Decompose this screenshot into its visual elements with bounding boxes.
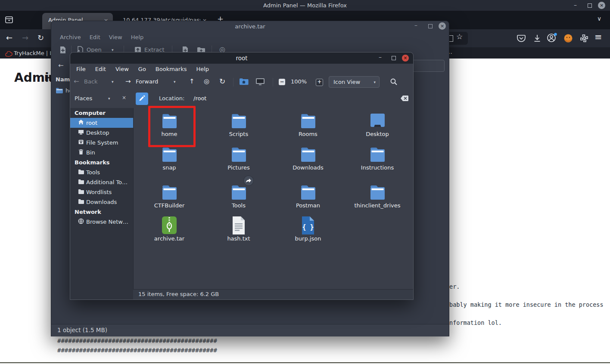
sidebar-item-browse-netw-[interactable]: Browse Netw… <box>70 217 133 227</box>
places-close-icon[interactable]: × <box>122 95 126 101</box>
archive-window-title: archive.tar <box>51 21 449 32</box>
home-target-icon[interactable]: ◎ <box>204 77 209 85</box>
file-postman[interactable]: Postman <box>278 183 338 211</box>
firefox-restore-button[interactable] <box>588 3 592 8</box>
reload-icon[interactable]: ↻ <box>219 77 225 86</box>
tryhackme-favicon <box>5 50 13 59</box>
view-mode-dropdown[interactable]: Icon View ▾ <box>329 76 380 88</box>
sidebar-item-root[interactable]: root <box>70 118 133 128</box>
file-thinclient-drives[interactable]: thinclient_drives <box>347 183 408 211</box>
hash-divider-line: ########################################… <box>57 347 217 354</box>
bookmark-tryhackme[interactable]: TryHackMe | L <box>14 50 51 56</box>
file-label: Rooms <box>278 131 338 137</box>
fm-menu-edit[interactable]: Edit <box>95 66 106 72</box>
fm-minimize-button[interactable]: – <box>379 53 382 60</box>
firefox-window-title: Admin Panel — Mozilla Firefox <box>0 0 610 11</box>
file-burp-json[interactable]: { }burp.json <box>278 216 338 244</box>
clear-location-icon[interactable] <box>400 95 409 103</box>
downloads-icon[interactable] <box>532 33 542 45</box>
file-downloads[interactable]: Downloads <box>278 145 338 173</box>
reader-mode-icon[interactable] <box>449 35 453 42</box>
back-history-caret-icon[interactable]: ▾ <box>112 80 114 84</box>
file-hash-txt[interactable]: hash.txt <box>209 216 269 244</box>
folder-icon <box>139 145 199 164</box>
firefox-view-icon[interactable] <box>4 15 14 26</box>
forward-history-caret-icon[interactable]: ▾ <box>174 80 176 84</box>
search-icon[interactable] <box>390 78 398 87</box>
home-folder-icon[interactable] <box>239 77 249 87</box>
fm-close-button[interactable]: × <box>402 55 409 62</box>
edit-location-button[interactable] <box>136 93 148 105</box>
sidebar-item-wordlists[interactable]: Wordlists <box>70 187 133 197</box>
pocket-icon[interactable] <box>516 33 526 45</box>
home-icon <box>78 119 84 126</box>
hash-divider-line: ########################################… <box>57 337 217 344</box>
sidebar-item-additional-to-[interactable]: Additional To… <box>70 177 133 187</box>
sidebar-item-label: Downloads <box>86 199 117 205</box>
browser-forward-icon[interactable]: → <box>22 33 28 42</box>
archive-menu-edit[interactable]: Edit <box>90 34 100 40</box>
hamburger-menu-icon[interactable]: ≡ <box>594 32 602 42</box>
fm-sidebar: ComputerrootDesktopFile SystemBinBookmar… <box>70 108 134 299</box>
file-rooms[interactable]: Rooms <box>278 111 338 140</box>
up-icon[interactable]: ↑ <box>189 77 195 85</box>
file-instructions[interactable]: Instructions <box>347 145 408 173</box>
archive-menu-view[interactable]: View <box>109 34 122 40</box>
extensions-puzzle-icon[interactable] <box>579 33 589 45</box>
sidebar-item-desktop[interactable]: Desktop <box>70 128 133 138</box>
new-archive-icon[interactable] <box>59 46 67 56</box>
zoom-in-icon[interactable]: + <box>316 79 323 86</box>
location-path[interactable]: /root <box>193 95 206 102</box>
archive-restore-button[interactable] <box>428 24 433 28</box>
back-button[interactable]: Back <box>84 78 98 85</box>
file-scripts[interactable]: Scripts <box>209 111 269 140</box>
fm-menubar: FileEditViewGoBookmarksHelp <box>70 64 413 74</box>
annotation-highlight-home <box>148 106 196 147</box>
sidebar-item-file-system[interactable]: File System <box>70 138 133 148</box>
sidebar-item-bin[interactable]: Bin <box>70 148 133 157</box>
firefox-minimize-button[interactable]: – <box>574 1 577 8</box>
file-tools[interactable]: Tools <box>209 183 269 211</box>
folder-icon <box>139 183 199 202</box>
view-mode-caret-icon: ▾ <box>373 80 376 84</box>
file-label: Scripts <box>209 131 269 137</box>
sidebar-item-downloads[interactable]: Downloads <box>70 197 133 207</box>
archive-menu-help[interactable]: Help <box>131 34 144 40</box>
back-icon[interactable]: ← <box>74 77 79 85</box>
archive-minimize-button[interactable]: – <box>414 22 417 28</box>
file-archive-tar[interactable]: archive.tar <box>139 216 199 244</box>
archive-statusbar: 1 object (1.5 MB) <box>51 324 449 336</box>
bookmark-star-icon[interactable]: ☆ <box>456 32 463 41</box>
archive-close-button[interactable]: × <box>439 22 446 30</box>
browser-back-icon[interactable]: ← <box>6 33 12 42</box>
file-snap[interactable]: snap <box>139 145 199 173</box>
forward-icon[interactable]: → <box>125 77 131 85</box>
archive-menu-archive[interactable]: Archive <box>60 34 81 40</box>
archive-back-icon[interactable]: ← <box>58 62 64 69</box>
fm-menu-help[interactable]: Help <box>196 66 209 72</box>
fm-menu-view[interactable]: View <box>115 66 129 72</box>
fm-menu-bookmarks[interactable]: Bookmarks <box>156 66 187 72</box>
fm-menu-file[interactable]: File <box>76 66 86 72</box>
account-icon[interactable] <box>546 32 557 45</box>
desktop-shortcut-icon[interactable] <box>255 78 265 87</box>
file-desktop[interactable]: Desktop <box>347 111 408 140</box>
extension-fox-icon[interactable] <box>563 34 573 45</box>
folder-icon <box>278 183 338 202</box>
browser-reload-icon[interactable]: ↻ <box>37 33 44 42</box>
fm-menu-go[interactable]: Go <box>138 66 146 72</box>
sidebar-item-tools[interactable]: Tools <box>70 167 133 177</box>
places-dropdown[interactable]: Places <box>75 95 92 102</box>
list-tabs-chevron-icon[interactable]: ∨ <box>597 15 601 22</box>
fm-window-title: root <box>70 52 413 64</box>
forward-button[interactable]: Forward <box>136 78 158 85</box>
file-ctfbuilder[interactable]: CTFBuilder <box>139 183 199 211</box>
open-dropdown-caret-icon[interactable]: ▾ <box>112 48 114 52</box>
zoom-out-icon[interactable]: − <box>279 79 285 85</box>
file-pictures[interactable]: Pictures <box>209 145 269 173</box>
folder-icon <box>209 145 269 164</box>
places-caret-icon[interactable]: ▾ <box>108 96 110 101</box>
page-text-fragment: nformation lol. <box>449 319 502 326</box>
fm-restore-button[interactable] <box>392 56 396 60</box>
firefox-close-button[interactable]: × <box>598 2 605 9</box>
